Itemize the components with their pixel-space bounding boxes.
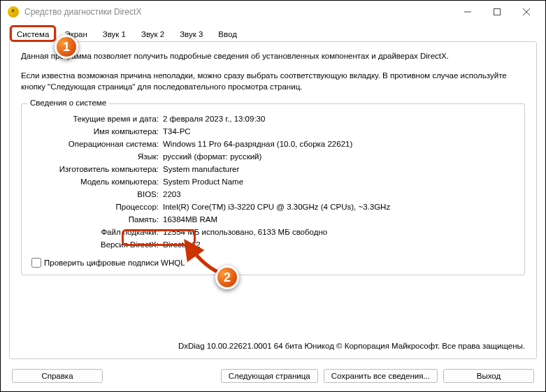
save-all-button[interactable]: Сохранить все сведения... [324,369,438,383]
next-page-button[interactable]: Следующая страница [221,369,318,383]
info-row: Версия DirectX:DirectX 12 [31,238,515,251]
info-label: Имя компьютера: [31,125,163,138]
annotation-marker-2: 2 [215,266,239,289]
info-row: Процессор:Intel(R) Core(TM) i3-3220 CPU … [31,201,515,213]
info-value: 16384MB RAM [163,213,515,226]
info-value: русский (формат: русский) [163,150,515,163]
intro-text: Данная программа позволяет получить подр… [21,50,525,101]
dxdiag-window: Средство диагностики DirectX Система Экр… [0,0,546,392]
whql-checkbox[interactable] [31,258,41,268]
info-label: Память: [31,213,163,226]
tab-sound2[interactable]: Звук 2 [134,27,172,42]
window-title: Средство диагностики DirectX [24,7,453,17]
info-label: Язык: [31,150,163,163]
button-bar: Справка Следующая страница Сохранить все… [1,365,545,391]
info-label: Процессор: [31,201,163,213]
svg-rect-1 [494,9,501,15]
info-label: Изготовитель компьютера: [31,163,163,175]
titlebar: Средство диагностики DirectX [1,1,545,23]
minimize-button[interactable] [453,2,482,22]
system-info-group: Сведения о системе Текущие время и дата:… [21,103,525,275]
tab-strip: Система Экран Звук 1 Звук 2 Звук 3 Ввод [1,23,545,41]
info-value: System Product Name [163,175,515,188]
maximize-button[interactable] [482,2,512,22]
info-row: Файл подкачки:12554 МБ использовано, 613… [31,226,515,238]
annotation-marker-1: 1 [55,35,78,59]
info-label: Операционная система: [31,138,163,150]
info-label: Модель компьютера: [31,175,163,188]
footer-text: DxDiag 10.00.22621.0001 64 бита Юникод ©… [21,336,525,350]
whql-label: Проверить цифровые подписи WHQL [44,259,185,267]
info-value: 2 февраля 2023 г., 13:09:30 [163,112,515,125]
exit-button[interactable]: Выход [443,369,534,383]
info-row: Память:16384MB RAM [31,213,515,226]
system-info-legend: Сведения о системе [27,99,109,107]
info-value: T34-PC [163,125,515,138]
dxdiag-icon [8,6,19,17]
info-label: Файл подкачки: [31,226,163,238]
info-value: Windows 11 Pro 64-разрядная (10.0, сборк… [163,138,515,150]
help-button[interactable]: Справка [12,369,103,383]
info-row: Имя компьютера:T34-PC [31,125,515,138]
tab-panel: Данная программа позволяет получить подр… [9,41,537,359]
tab-system[interactable]: Система [9,27,57,42]
info-row: Операционная система:Windows 11 Pro 64-р… [31,138,515,150]
info-row: Язык:русский (формат: русский) [31,150,515,163]
intro-p2: Если известна возможная причина неполадк… [21,70,525,92]
info-value: 2203 [163,188,515,201]
info-label: Текущие время и дата: [31,112,163,125]
intro-p1: Данная программа позволяет получить подр… [21,50,525,61]
info-row: Модель компьютера:System Product Name [31,175,515,188]
info-value: System manufacturer [163,163,515,175]
info-row: Текущие время и дата:2 февраля 2023 г., … [31,112,515,125]
close-button[interactable] [512,2,541,22]
info-value: Intel(R) Core(TM) i3-3220 CPU @ 3.30GHz … [163,201,515,213]
info-label: Версия DirectX: [31,238,163,251]
info-row: Изготовитель компьютера:System manufactu… [31,163,515,175]
info-row: BIOS:2203 [31,188,515,201]
tab-input[interactable]: Ввод [210,27,245,42]
tab-sound3[interactable]: Звук 3 [172,27,210,42]
tab-sound1[interactable]: Звук 1 [95,27,134,42]
whql-checkbox-row: Проверить цифровые подписи WHQL [31,258,515,268]
info-label: BIOS: [31,188,163,201]
